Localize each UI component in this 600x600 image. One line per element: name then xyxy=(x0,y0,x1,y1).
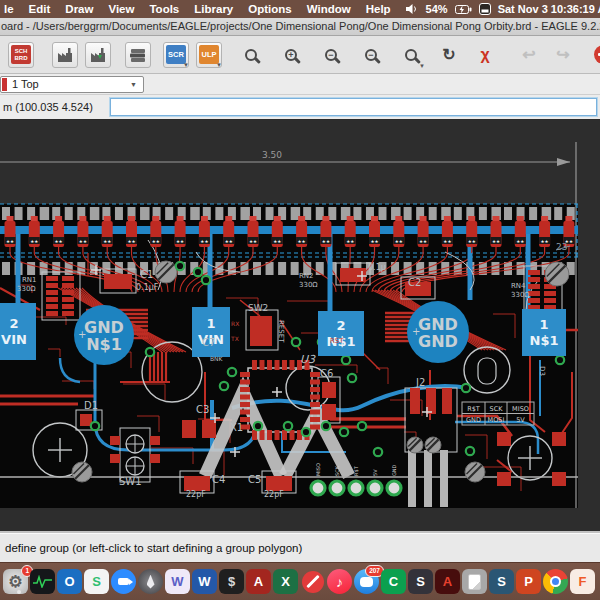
svg-text:★★: ★★ xyxy=(516,239,524,244)
menu-item-draw[interactable]: Draw xyxy=(65,3,93,15)
menu-item-tools[interactable]: Tools xyxy=(149,3,179,15)
dock-icon-powerpoint[interactable]: P xyxy=(516,569,541,594)
wave-w-app-letter-icon: W xyxy=(171,574,183,589)
dock-icon-paper-doc[interactable] xyxy=(462,569,487,594)
generate-cam-data-button[interactable] xyxy=(85,42,111,68)
coordinate-bar: m (100.035 4.524) xyxy=(0,95,600,120)
sch-brd-icon: SCHBRD xyxy=(11,45,31,64)
run-ulp-button[interactable]: ULP▼ xyxy=(196,42,222,68)
menu-item-library[interactable]: Library xyxy=(194,3,233,15)
dock-icon-fusion-360[interactable]: F xyxy=(570,569,595,594)
svg-text:★★: ★★ xyxy=(225,239,233,244)
camtasia-letter-icon: C xyxy=(389,574,398,589)
menu-clock[interactable]: Sat Nov 3 10:36:19 AM xyxy=(498,3,600,15)
dock-icon-terminal[interactable]: $ xyxy=(219,569,244,594)
open-schematic-board-button[interactable]: SCHBRD xyxy=(8,42,34,68)
stop-command-x-button[interactable]: χ xyxy=(472,42,498,68)
dock-icon-autocad[interactable]: A xyxy=(246,569,271,594)
redo-icon: ↪ xyxy=(556,47,569,63)
dock-icon-word[interactable]: W xyxy=(192,569,217,594)
word-letter-icon: W xyxy=(198,574,210,589)
dock-icon-s-dark-app[interactable]: S xyxy=(489,569,514,594)
dock-icon-zoom[interactable] xyxy=(111,569,136,594)
zoom-redraw-button[interactable]: ▼ xyxy=(398,42,424,68)
zoom-in-button[interactable]: + xyxy=(278,42,304,68)
layer-bar: 1 Top ▼ xyxy=(0,74,600,95)
status-bar: define group (or left-click to start def… xyxy=(0,531,600,562)
dock-icon-music[interactable]: ♪ xyxy=(327,569,352,594)
scannable-letter-icon: S xyxy=(92,574,101,589)
volume-icon[interactable] xyxy=(406,4,419,14)
refresh-icon: ↻ xyxy=(442,47,455,63)
svg-text:★★: ★★ xyxy=(395,239,403,244)
svg-text:★★: ★★ xyxy=(6,239,14,244)
svg-text:N$1: N$1 xyxy=(86,335,122,354)
menu-item-le[interactable]: le xyxy=(4,3,14,15)
action-toolbar: SCHBRDSCR▼ULP▼+−−▼↻χ↩↪GO? xyxy=(0,36,600,74)
menu-item-edit[interactable]: Edit xyxy=(29,3,51,15)
undo-button[interactable]: ↩ xyxy=(516,42,542,68)
zoom-previous-button[interactable]: − xyxy=(358,42,384,68)
svg-text:C4: C4 xyxy=(212,474,225,485)
svg-text:22pF: 22pF xyxy=(186,490,206,499)
s-dark-app-letter-icon: S xyxy=(497,574,506,589)
rocket-icon xyxy=(147,575,155,589)
svg-text:C6: C6 xyxy=(320,368,333,379)
battery-percent: 54% xyxy=(426,3,448,15)
dock-icon-system-preferences[interactable]: ⚙1 xyxy=(3,569,28,594)
svg-text:1: 1 xyxy=(206,316,215,331)
svg-text:+: + xyxy=(78,329,86,340)
run-script-button[interactable]: SCR▼ xyxy=(163,42,189,68)
prohibited-icon xyxy=(302,571,324,593)
window-title-bar[interactable]: oard - /Users/berggrm/Documents/EAGLE/pr… xyxy=(0,18,600,36)
cursor-coordinates: m (100.035 4.524) xyxy=(0,101,110,113)
stop-button[interactable] xyxy=(590,42,600,68)
svg-text:★★: ★★ xyxy=(103,239,111,244)
dock-icon-chrome[interactable] xyxy=(543,569,568,594)
dock-icon-slack[interactable]: S xyxy=(408,569,433,594)
document-icon xyxy=(468,574,481,590)
menu-item-options[interactable]: Options xyxy=(248,3,291,15)
dock-icon-camtasia[interactable]: C xyxy=(381,569,406,594)
dock-icon-messages[interactable]: 207 xyxy=(354,569,379,594)
dock-icon-do-not-disturb[interactable] xyxy=(300,569,325,594)
dock-icon-excel[interactable]: X xyxy=(273,569,298,594)
dock-icon-acrobat[interactable]: A xyxy=(435,569,460,594)
layer-dropdown[interactable]: 1 Top ▼ xyxy=(0,76,144,93)
svg-text:22pF: 22pF xyxy=(264,490,284,499)
svg-text:★★: ★★ xyxy=(127,239,135,244)
svg-text:R$T: R$T xyxy=(353,465,359,476)
macos-dock: ⚙1OSWW$AX♪207CSASPFCL xyxy=(0,562,600,600)
svg-text:RX: RX xyxy=(231,320,239,327)
window-title: oard - /Users/berggrm/Documents/EAGLE/pr… xyxy=(1,20,600,32)
svg-text:★★: ★★ xyxy=(322,239,330,244)
library-manager-button[interactable] xyxy=(125,42,151,68)
svg-text:★★: ★★ xyxy=(419,239,427,244)
dock-icon-activity-monitor[interactable] xyxy=(30,569,55,594)
command-input[interactable] xyxy=(110,98,597,116)
svg-text:0.1μ: 0.1μ xyxy=(368,263,386,272)
battery-charging-icon[interactable] xyxy=(455,5,472,14)
menu-item-help[interactable]: Help xyxy=(366,3,391,15)
menu-item-view[interactable]: View xyxy=(108,3,134,15)
dock-icon-launchpad[interactable] xyxy=(138,569,163,594)
refresh-button[interactable]: ↻ xyxy=(436,42,462,68)
slack-letter-icon: S xyxy=(416,574,425,589)
board-canvas[interactable]: 3.50MISOSCKR$T5VGND2VIN1VIN2N$11N$1GNDN$… xyxy=(0,120,600,531)
menu-item-window[interactable]: Window xyxy=(307,3,351,15)
svg-text:GND: GND xyxy=(391,464,397,476)
dock-icon-outlook[interactable]: O xyxy=(57,569,82,594)
svg-text:SW2: SW2 xyxy=(248,303,268,313)
svg-text:R$T: R$T xyxy=(467,405,480,413)
stop-command-x-icon: χ xyxy=(480,47,489,63)
cam-processor-button[interactable] xyxy=(52,42,78,68)
activity-wave-icon xyxy=(33,575,52,588)
zoom-out-button[interactable]: − xyxy=(318,42,344,68)
dock-icon-wave-w-app[interactable]: W xyxy=(165,569,190,594)
svg-text:330Ω: 330Ω xyxy=(299,281,318,289)
pcb-drawing: 3.50MISOSCKR$T5VGND2VIN1VIN2N$11N$1GNDN$… xyxy=(0,120,600,531)
input-source-icon[interactable] xyxy=(479,3,491,15)
zoom-select-button[interactable] xyxy=(238,42,264,68)
dock-icon-scannable[interactable]: S xyxy=(84,569,109,594)
redo-button[interactable]: ↪ xyxy=(550,42,576,68)
